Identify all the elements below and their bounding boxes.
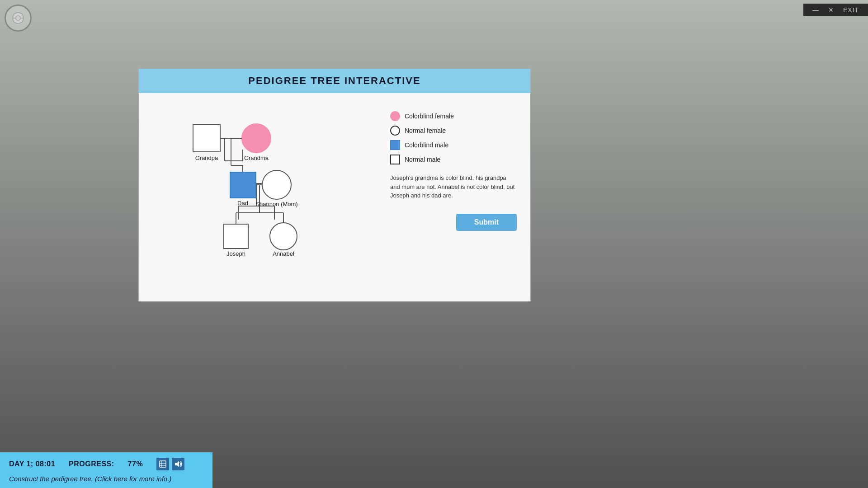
grandpa-node[interactable] — [193, 125, 220, 152]
dialog-body: Grandpa Grandma Dad Sh — [139, 93, 530, 301]
grandpa-label: Grandpa — [195, 155, 218, 161]
minimize-icon[interactable]: — — [812, 6, 819, 14]
bottom-hud: DAY 1; 08:01 PROGRESS: 77% Constr — [0, 452, 212, 488]
exit-label[interactable]: EXIT — [843, 6, 859, 14]
hud-progress-label: PROGRESS: — [69, 460, 114, 468]
legend-item-colorblind-male: Colorblind male — [390, 140, 517, 150]
info-section: Colorblind female Normal female Colorbli… — [390, 107, 517, 278]
grandma-node[interactable] — [242, 124, 271, 153]
legend-item-normal-female: Normal female — [390, 126, 517, 136]
pedigree-area: Grandpa Grandma Dad Sh — [152, 107, 517, 278]
shannon-node[interactable] — [262, 170, 291, 199]
dad-label: Dad — [237, 200, 248, 206]
colorblind-male-label: Colorblind male — [405, 141, 448, 149]
hud-progress-value: 77% — [128, 460, 143, 468]
exit-button[interactable]: — ✕ EXIT — [803, 4, 868, 16]
normal-female-icon — [390, 126, 400, 136]
legend-item-colorblind-female: Colorblind female — [390, 111, 517, 121]
colorblind-male-icon — [390, 140, 400, 150]
dad-node[interactable] — [230, 172, 256, 198]
colorblind-female-icon — [390, 111, 400, 121]
description-text: Joseph's grandma is color blind, his gra… — [390, 174, 517, 200]
grandma-label: Grandma — [244, 155, 269, 161]
submit-button[interactable]: Submit — [456, 214, 517, 231]
legend-item-normal-male: Normal male — [390, 155, 517, 164]
annabel-label: Annabel — [273, 250, 294, 257]
svg-marker-26 — [175, 461, 179, 467]
tree-section: Grandpa Grandma Dad Sh — [152, 107, 372, 278]
normal-female-label: Normal female — [405, 127, 446, 134]
pedigree-svg: Grandpa Grandma Dad Sh — [152, 107, 333, 274]
normal-male-label: Normal male — [405, 156, 440, 163]
hud-top: DAY 1; 08:01 PROGRESS: 77% — [9, 458, 203, 470]
joseph-label: Joseph — [226, 250, 245, 257]
close-icon[interactable]: ✕ — [828, 6, 834, 14]
dialog-panel: PEDIGREE TREE INTERACTIVE — [138, 68, 531, 302]
hud-instruction[interactable]: Construct the pedigree tree. (Click here… — [9, 475, 203, 483]
dialog-title: PEDIGREE TREE INTERACTIVE — [148, 75, 521, 87]
annabel-node[interactable] — [270, 223, 297, 250]
hud-icons — [156, 458, 184, 470]
colorblind-female-label: Colorblind female — [405, 113, 454, 120]
svg-rect-22 — [160, 461, 166, 467]
calculator-button[interactable] — [156, 458, 169, 470]
dialog-header: PEDIGREE TREE INTERACTIVE — [139, 69, 530, 93]
top-left-icon — [5, 5, 32, 32]
hud-day-time: DAY 1; 08:01 — [9, 460, 55, 468]
normal-male-icon — [390, 155, 400, 164]
volume-button[interactable] — [172, 458, 184, 470]
legend: Colorblind female Normal female Colorbli… — [390, 111, 517, 164]
joseph-node[interactable] — [224, 224, 248, 249]
shannon-label: Shannon (Mom) — [255, 201, 297, 207]
